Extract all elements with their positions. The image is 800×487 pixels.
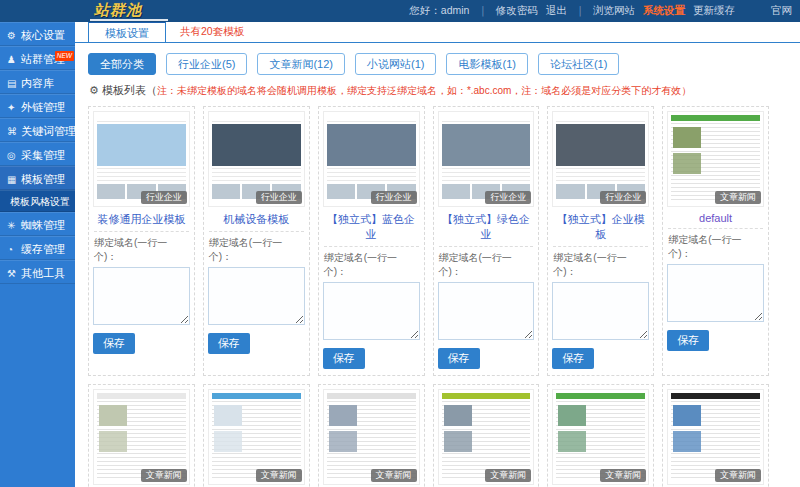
new-badge: NEW <box>55 51 74 61</box>
domain-textarea[interactable] <box>93 267 190 325</box>
filter-button-1[interactable]: 行业企业(5) <box>166 53 247 75</box>
template-card: 行业企业 装修通用企业模板 绑定域名(一行一个)： 保存 <box>88 106 195 376</box>
sidebar-item-spider-manage[interactable]: ✳蜘蛛管理 <box>0 212 75 236</box>
sidebar-item-collect-manage[interactable]: ◎采集管理 <box>0 142 75 166</box>
sidebar-item-label: 采集管理 <box>21 149 65 161</box>
gear-icon: ⚙ <box>7 24 19 48</box>
template-name-link[interactable]: 装修通用企业模板 <box>93 212 190 227</box>
sidebar-item-label: 模板管理 <box>21 173 65 185</box>
template-name-link[interactable]: 【独立式】蓝色企业 <box>323 212 420 242</box>
save-button[interactable]: 保存 <box>667 330 709 351</box>
browse-site-link[interactable]: 浏览网站 <box>593 4 635 18</box>
domain-textarea[interactable] <box>438 282 535 340</box>
template-card: 文章新闻 xbwseo05 绑定域名(一行一个)： 保存 <box>547 384 654 487</box>
refresh-cache-link[interactable]: 更新缓存 <box>693 4 735 18</box>
domain-textarea[interactable] <box>323 282 420 340</box>
template-count-text: 共有20套模板 <box>180 25 244 39</box>
template-card: 行业企业 【独立式】蓝色企业 绑定域名(一行一个)： 保存 <box>318 106 425 376</box>
template-thumbnail[interactable]: 文章新闻 <box>323 389 420 485</box>
template-card: 行业企业 【独立式】企业模板 绑定域名(一行一个)： 保存 <box>547 106 654 376</box>
card-actions: 保存 <box>552 348 649 369</box>
sidebar-item-template-style-settings[interactable]: 模板风格设置 <box>0 190 75 212</box>
users-icon: ♟ <box>7 48 19 72</box>
bind-domain-label: 绑定域名(一行一个)： <box>209 236 304 264</box>
template-thumbnail[interactable]: 行业企业 <box>552 111 649 207</box>
template-thumbnail[interactable]: 行业企业 <box>438 111 535 207</box>
sidebar-item-outlink-manage[interactable]: ✦外链管理 <box>0 94 75 118</box>
sidebar-item-label: 缓存管理 <box>21 243 65 255</box>
category-badge: 行业企业 <box>600 191 646 204</box>
category-filters: 全部分类行业企业(5)文章新闻(12)小说网站(1)电影模板(1)论坛社区(1) <box>88 53 787 75</box>
domain-textarea[interactable] <box>667 264 764 322</box>
sidebar-item-template-manage[interactable]: ▦模板管理 <box>0 166 75 190</box>
main-content: 模板设置 共有20套模板 全部分类行业企业(5)文章新闻(12)小说网站(1)电… <box>75 22 800 487</box>
greeting-text: 您好：admin <box>409 4 469 18</box>
filter-button-5[interactable]: 论坛社区(1) <box>538 53 619 75</box>
filter-button-4[interactable]: 电影模板(1) <box>446 53 527 75</box>
template-name-link[interactable]: 【独立式】企业模板 <box>552 212 649 242</box>
topbar-links: 您好：admin ｜ 修改密码 退出 ｜ 浏览网站 系统设置 更新缓存 官网 <box>409 0 792 22</box>
divider <box>553 246 648 247</box>
card-actions: 保存 <box>208 333 305 354</box>
clock-icon: ◔ <box>7 238 19 262</box>
template-card: 文章新闻 xbwseo04 绑定域名(一行一个)： 保存 <box>433 384 540 487</box>
tab-template-settings[interactable]: 模板设置 <box>88 22 166 42</box>
category-badge: 行业企业 <box>256 191 302 204</box>
template-card: 文章新闻 xbwseo06 绑定域名(一行一个)： 保存 <box>662 384 769 487</box>
template-thumbnail[interactable]: 行业企业 <box>93 111 190 207</box>
bind-domain-label: 绑定域名(一行一个)： <box>94 236 189 264</box>
template-name-link[interactable]: 【独立式】绿色企业 <box>438 212 535 242</box>
notice-red-text: 注：未绑定模板的域名将会随机调用模板，绑定支持泛绑定域名，如：*.abc.com… <box>157 85 691 96</box>
category-badge: 文章新闻 <box>600 469 646 482</box>
save-button[interactable]: 保存 <box>93 333 135 354</box>
card-actions: 保存 <box>323 348 420 369</box>
template-card: 文章新闻 default 绑定域名(一行一个)： 保存 <box>662 106 769 376</box>
divider <box>439 246 534 247</box>
sidebar-item-keyword-manage[interactable]: ⌘关键词管理 <box>0 118 75 142</box>
save-button[interactable]: 保存 <box>552 348 594 369</box>
domain-textarea[interactable] <box>552 282 649 340</box>
official-site-link[interactable]: 官网 <box>771 4 792 18</box>
sidebar-item-sitegroup-manage[interactable]: ♟站群管理NEW <box>0 46 75 70</box>
filter-button-2[interactable]: 文章新闻(12) <box>257 53 345 75</box>
category-badge: 文章新闻 <box>141 469 187 482</box>
card-actions: 保存 <box>667 330 764 351</box>
template-thumbnail[interactable]: 文章新闻 <box>438 389 535 485</box>
category-badge: 行业企业 <box>141 191 187 204</box>
template-thumbnail[interactable]: 文章新闻 <box>667 111 764 207</box>
save-button[interactable]: 保存 <box>438 348 480 369</box>
app-logo: 站群池 <box>90 1 168 21</box>
separator: ｜ <box>575 4 585 18</box>
template-card: 文章新闻 xbwseo01 绑定域名(一行一个)： 保存 <box>88 384 195 487</box>
library-icon: ▤ <box>7 72 19 96</box>
filter-button-3[interactable]: 小说网站(1) <box>355 53 436 75</box>
template-thumbnail[interactable]: 文章新闻 <box>93 389 190 485</box>
sidebar-item-label: 其他工具 <box>21 267 65 279</box>
template-thumbnail[interactable]: 文章新闻 <box>552 389 649 485</box>
keyword-icon: ⌘ <box>7 120 19 144</box>
template-name-link[interactable]: default <box>667 212 764 224</box>
sidebar-item-label: 内容库 <box>21 77 54 89</box>
template-thumbnail[interactable]: 文章新闻 <box>208 389 305 485</box>
sidebar-item-core-settings[interactable]: ⚙核心设置 <box>0 22 75 46</box>
template-thumbnail[interactable]: 文章新闻 <box>667 389 764 485</box>
change-password-link[interactable]: 修改密码 <box>496 4 538 18</box>
logout-link[interactable]: 退出 <box>546 4 567 18</box>
notice-bar: ⚙模板列表（注：未绑定模板的域名将会随机调用模板，绑定支持泛绑定域名，如：*.a… <box>89 83 786 98</box>
save-button[interactable]: 保存 <box>208 333 250 354</box>
sidebar-item-content-library[interactable]: ▤内容库 <box>0 70 75 94</box>
divider <box>209 231 304 232</box>
template-thumbnail[interactable]: 行业企业 <box>208 111 305 207</box>
domain-textarea[interactable] <box>208 267 305 325</box>
template-name-link[interactable]: 机械设备模板 <box>208 212 305 227</box>
sidebar-item-cache-manage[interactable]: ◔缓存管理 <box>0 236 75 260</box>
save-button[interactable]: 保存 <box>323 348 365 369</box>
template-card: 文章新闻 xbwseo02 绑定域名(一行一个)： 保存 <box>203 384 310 487</box>
category-badge: 文章新闻 <box>715 191 761 204</box>
filter-button-0[interactable]: 全部分类 <box>88 53 156 75</box>
target-icon: ◎ <box>7 144 19 168</box>
admin-page: 站群池 您好：admin ｜ 修改密码 退出 ｜ 浏览网站 系统设置 更新缓存 … <box>0 0 800 487</box>
sidebar-item-other-tools[interactable]: ⚒其他工具 <box>0 260 75 284</box>
system-settings-link[interactable]: 系统设置 <box>643 4 685 18</box>
template-thumbnail[interactable]: 行业企业 <box>323 111 420 207</box>
